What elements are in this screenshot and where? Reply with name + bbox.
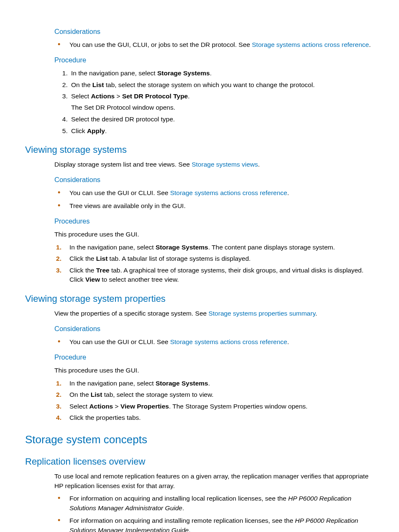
- considerations-list: You can use the GUI or CLUI. See Storage…: [54, 337, 374, 347]
- text: Click the: [69, 255, 96, 262]
- text: .: [369, 41, 371, 48]
- link-cross-reference[interactable]: Storage systems actions cross reference: [170, 338, 287, 345]
- text: >: [115, 93, 122, 100]
- bold: Set DR Protocol Type: [122, 93, 188, 100]
- link-cross-reference[interactable]: Storage systems actions cross reference: [170, 189, 287, 196]
- paragraph: Display storage system list and tree vie…: [54, 160, 374, 169]
- text: to select another tree view.: [100, 276, 179, 283]
- considerations-list: You can use the GUI or CLUI. See Storage…: [54, 188, 374, 211]
- text: .: [208, 380, 210, 387]
- considerations-heading: Considerations: [54, 27, 374, 37]
- bold: Actions: [89, 403, 113, 410]
- text: Select: [71, 93, 91, 100]
- list-item: Select the desired DR protocol type.: [69, 115, 374, 124]
- procedures-heading: Procedures: [54, 216, 374, 226]
- list-item: In the navigation pane, select Storage S…: [69, 69, 374, 78]
- bold: View Properties: [120, 403, 169, 410]
- bold: Actions: [91, 93, 115, 100]
- considerations-heading: Considerations: [54, 324, 374, 334]
- text: Click: [71, 127, 87, 134]
- text: .: [182, 504, 184, 511]
- bold: Tree: [96, 267, 110, 274]
- list-item: You can use the GUI or CLUI. See Storage…: [54, 188, 374, 198]
- list-item: You can use the GUI or CLUI. See Storage…: [54, 337, 374, 347]
- procedure-heading: Procedure: [54, 352, 374, 362]
- text: .: [258, 161, 260, 168]
- text: .: [287, 338, 289, 345]
- text: You can use the GUI, CLUI, or jobs to se…: [69, 41, 252, 48]
- text: .: [189, 527, 190, 532]
- text: For information on acquiring and install…: [69, 517, 295, 524]
- section-heading-viewing-properties: Viewing storage system properties: [25, 292, 374, 306]
- section-heading-viewing-systems: Viewing storage systems: [25, 143, 374, 157]
- text: tab, select the storage system on which …: [104, 81, 315, 88]
- link-cross-reference[interactable]: Storage systems actions cross reference: [252, 41, 369, 48]
- list-item: On the List tab, select the storage syst…: [69, 80, 374, 90]
- paragraph: This procedure uses the GUI.: [54, 230, 374, 239]
- text: On the: [71, 81, 92, 88]
- list-item: Click the List tab. A tabular list of st…: [54, 254, 374, 263]
- bold: View: [85, 276, 100, 283]
- text: For information on acquiring and install…: [69, 495, 288, 502]
- link-storage-views[interactable]: Storage systems views: [192, 161, 258, 168]
- text: . The Storage System Properties window o…: [169, 403, 307, 410]
- list-item: Select Actions > View Properties. The St…: [54, 402, 374, 411]
- procedure-heading: Procedure: [54, 55, 374, 65]
- list-item: Tree views are available only in the GUI…: [54, 201, 374, 211]
- text: Display storage system list and tree vie…: [54, 161, 192, 168]
- bold: List: [91, 391, 102, 398]
- text: .: [315, 310, 317, 317]
- sub-text: The Set DR Protocol window opens.: [71, 103, 374, 112]
- text: In the navigation pane, select: [69, 380, 156, 387]
- text: In the navigation pane, select: [69, 244, 156, 251]
- text: .: [105, 127, 107, 134]
- section-heading-concepts: Storage system concepts: [25, 432, 374, 448]
- text: >: [113, 403, 120, 410]
- procedure-list: In the navigation pane, select Storage S…: [54, 243, 374, 285]
- list-item: Select Actions > Set DR Protocol Type. T…: [69, 92, 374, 112]
- list-item: Click Apply.: [69, 126, 374, 136]
- considerations-heading: Considerations: [54, 175, 374, 185]
- text: On the: [69, 391, 91, 398]
- text: .: [210, 69, 212, 77]
- list-item: For information on acquiring and install…: [54, 516, 374, 532]
- text: . The content pane displays storage syst…: [208, 244, 335, 251]
- text: .: [287, 189, 289, 196]
- text: Click the: [69, 267, 96, 274]
- list-item: In the navigation pane, select Storage S…: [54, 379, 374, 388]
- procedure-list: In the navigation pane, select Storage S…: [54, 69, 374, 136]
- paragraph: View the properties of a specific storag…: [54, 309, 374, 318]
- considerations-list: You can use the GUI, CLUI, or jobs to se…: [54, 40, 374, 49]
- bold: List: [92, 81, 104, 88]
- bold: Apply: [87, 127, 105, 134]
- procedure-list: In the navigation pane, select Storage S…: [54, 379, 374, 423]
- list-item: Click the properties tabs.: [54, 413, 374, 422]
- list-item: On the List tab, select the storage syst…: [54, 390, 374, 399]
- text: Select: [69, 403, 89, 410]
- bold: Storage Systems: [156, 244, 208, 251]
- section-heading-licenses: Replication licenses overview: [25, 455, 374, 468]
- bold: List: [96, 255, 108, 262]
- list-item: In the navigation pane, select Storage S…: [54, 243, 374, 252]
- list-item: Click the Tree tab. A graphical tree of …: [54, 266, 374, 285]
- list-item: For information on acquiring and install…: [54, 494, 374, 513]
- paragraph: To use local and remote replication feat…: [54, 472, 374, 491]
- list-item: You can use the GUI, CLUI, or jobs to se…: [54, 40, 374, 49]
- text: You can use the GUI or CLUI. See: [69, 189, 170, 196]
- text: tab, select the storage system to view.: [102, 391, 213, 398]
- info-list: For information on acquiring and install…: [54, 494, 374, 532]
- text: In the navigation pane, select: [71, 69, 157, 77]
- text: You can use the GUI or CLUI. See: [69, 338, 170, 345]
- link-properties-summary[interactable]: Storage systems properties summary: [208, 310, 315, 317]
- bold: Storage Systems: [156, 380, 208, 387]
- bold: Storage Systems: [157, 69, 210, 77]
- text: tab. A tabular list of storage systems i…: [107, 255, 251, 262]
- paragraph: This procedure uses the GUI.: [54, 366, 374, 375]
- text: View the properties of a specific storag…: [54, 310, 208, 317]
- text: .: [188, 93, 189, 100]
